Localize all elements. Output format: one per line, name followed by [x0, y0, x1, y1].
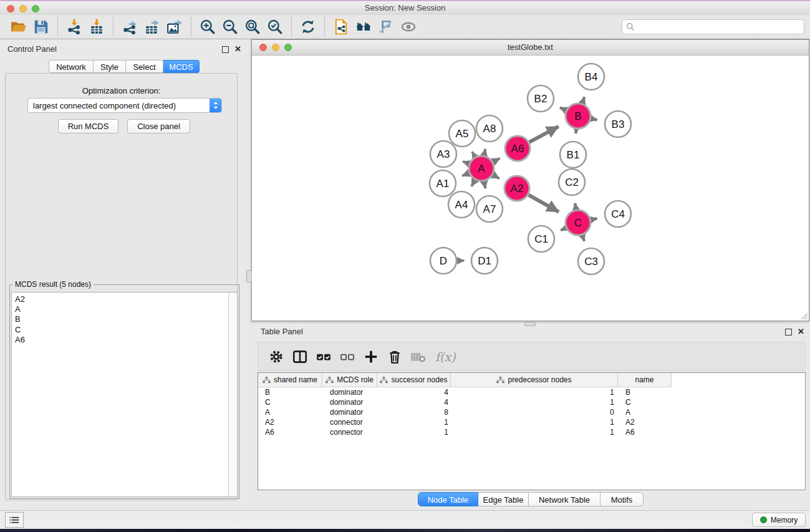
- tab-motifs[interactable]: Motifs: [600, 492, 644, 506]
- table-row-a[interactable]: Adominator80A: [258, 407, 672, 417]
- edge-A-A7[interactable]: [484, 181, 485, 188]
- column-header-mcds-role[interactable]: MCDS role: [322, 373, 377, 387]
- column-header-name[interactable]: name: [618, 373, 672, 387]
- search-field[interactable]: [622, 19, 804, 34]
- result-item-a2[interactable]: A2: [15, 294, 237, 304]
- optimization-criterion-select[interactable]: largest connected component (directed): [27, 98, 222, 113]
- edge-C-C4[interactable]: [591, 218, 597, 220]
- split-divider-handle[interactable]: [524, 322, 536, 326]
- tab-network-table[interactable]: Network Table: [529, 492, 600, 506]
- edge-B-B2[interactable]: [560, 107, 566, 110]
- edge-A-A4[interactable]: [471, 180, 475, 186]
- edge-A2-C[interactable]: [529, 195, 559, 212]
- edge-B-B3[interactable]: [591, 118, 597, 120]
- app-title: Session: New Session: [0, 1, 810, 15]
- edge-B-B4[interactable]: [582, 97, 584, 103]
- column-label: predecessor nodes: [508, 375, 571, 384]
- import-table-icon: [89, 19, 105, 35]
- tab-network[interactable]: Network: [49, 60, 94, 73]
- result-item-c[interactable]: C: [15, 325, 237, 335]
- result-item-b[interactable]: B: [15, 314, 237, 324]
- zoom-out-button[interactable]: [221, 17, 239, 36]
- edge-B-B1[interactable]: [576, 129, 576, 133]
- tab-edge-table[interactable]: Edge Table: [478, 492, 529, 506]
- cell-predecessor-nodes: 1: [451, 428, 618, 437]
- unselect-all-columns-button[interactable]: [338, 347, 357, 366]
- resize-grip-icon[interactable]: [800, 312, 808, 320]
- checked-boxes-icon: [316, 349, 332, 365]
- cell-mcds-role: dominator: [322, 388, 377, 397]
- close-panel-button[interactable]: Close panel: [127, 119, 190, 133]
- run-mcds-button[interactable]: Run MCDS: [58, 119, 118, 133]
- result-list-scrollbar[interactable]: [228, 293, 237, 496]
- import-table-button[interactable]: [87, 17, 106, 36]
- import-network-icon: [66, 19, 82, 35]
- result-item-a6[interactable]: A6: [15, 335, 237, 345]
- delete-table-icon: [410, 349, 427, 365]
- zoom-fit-button[interactable]: [243, 17, 262, 36]
- result-item-a[interactable]: A: [15, 304, 237, 314]
- zoom-in-button[interactable]: [198, 17, 217, 36]
- control-panel-close-button[interactable]: ✕: [234, 44, 241, 54]
- table-row-c[interactable]: Cdominator41C: [258, 397, 672, 407]
- trash-icon: [387, 349, 403, 365]
- export-network-button[interactable]: [120, 17, 139, 36]
- tab-node-table[interactable]: Node Table: [418, 492, 478, 506]
- delete-column-button[interactable]: [385, 347, 404, 366]
- network-canvas[interactable]: B4B2BB3A8A5A6A3B1AC2A1A2A4A7C4CC1C3DD1: [252, 56, 809, 323]
- network-view-window: testGlobe.txt B4B2BB3A8A5A6A3B1AC2A1A2A4…: [251, 39, 809, 321]
- delete-table-button[interactable]: [409, 347, 428, 366]
- edge-A-A1[interactable]: [462, 173, 469, 176]
- zoom-out-icon: [222, 19, 238, 35]
- cell-shared-name: C: [258, 398, 322, 407]
- apply-function-button[interactable]: f(x): [435, 350, 456, 364]
- first-neighbors-button[interactable]: [354, 17, 373, 36]
- refresh-view-button[interactable]: [299, 17, 317, 36]
- edge-A-A3[interactable]: [463, 162, 469, 164]
- edge-A-A6[interactable]: [493, 158, 500, 162]
- open-session-button[interactable]: [9, 17, 28, 36]
- table-panel-float-button[interactable]: [785, 329, 792, 336]
- tab-style[interactable]: Style: [94, 60, 126, 73]
- edge-C-C1[interactable]: [561, 228, 566, 231]
- edge-A-A8[interactable]: [484, 149, 485, 155]
- table-row-a2[interactable]: A2connector11A2: [258, 417, 672, 427]
- column-header-predecessor-nodes[interactable]: predecessor nodes: [451, 373, 618, 387]
- edge-A6-B[interactable]: [529, 127, 559, 142]
- split-divider-handle[interactable]: [246, 270, 252, 283]
- select-all-columns-button[interactable]: [314, 347, 333, 366]
- new-network-from-file-button[interactable]: [332, 17, 350, 36]
- column-header-shared-name[interactable]: shared name: [258, 373, 322, 387]
- status-bar: [0, 510, 810, 529]
- hide-flagged-button[interactable]: [377, 17, 395, 36]
- task-history-button[interactable]: [5, 512, 24, 528]
- control-panel-float-button[interactable]: [222, 46, 229, 53]
- table-panel-close-button[interactable]: ✕: [798, 327, 804, 336]
- network-window-titlebar[interactable]: testGlobe.txt: [252, 40, 809, 56]
- table-row-a6[interactable]: A6connector11A6: [258, 427, 672, 437]
- edge-C-C3[interactable]: [582, 235, 584, 241]
- cell-name: A2: [618, 418, 672, 427]
- memory-button[interactable]: Memory: [752, 513, 806, 527]
- edge-C-C2[interactable]: [575, 203, 576, 210]
- column-visibility-button[interactable]: [291, 347, 309, 366]
- zoom-selected-button[interactable]: [266, 17, 284, 36]
- network-file-icon: [333, 19, 349, 35]
- column-header-successor-nodes[interactable]: successor nodes: [377, 373, 451, 387]
- desktop: Session: New Session Control Panel ✕ Net…: [0, 0, 810, 532]
- show-graphics-details-button[interactable]: [399, 17, 418, 36]
- import-network-button[interactable]: [65, 17, 84, 36]
- mcds-result-list[interactable]: A2ABCA6: [11, 292, 238, 497]
- export-table-button[interactable]: [143, 17, 162, 36]
- save-session-button[interactable]: [32, 17, 51, 36]
- attribute-settings-button[interactable]: [267, 347, 286, 366]
- table-row-b[interactable]: Bdominator41B: [258, 387, 672, 397]
- tab-select[interactable]: Select: [126, 60, 163, 73]
- tab-mcds[interactable]: MCDS: [163, 60, 200, 73]
- edge-A-A5[interactable]: [472, 152, 475, 157]
- add-column-button[interactable]: [362, 347, 380, 366]
- export-image-button[interactable]: [165, 17, 184, 36]
- search-input[interactable]: [637, 22, 804, 32]
- node-label-A: A: [478, 163, 485, 175]
- edge-A-A2[interactable]: [493, 175, 499, 179]
